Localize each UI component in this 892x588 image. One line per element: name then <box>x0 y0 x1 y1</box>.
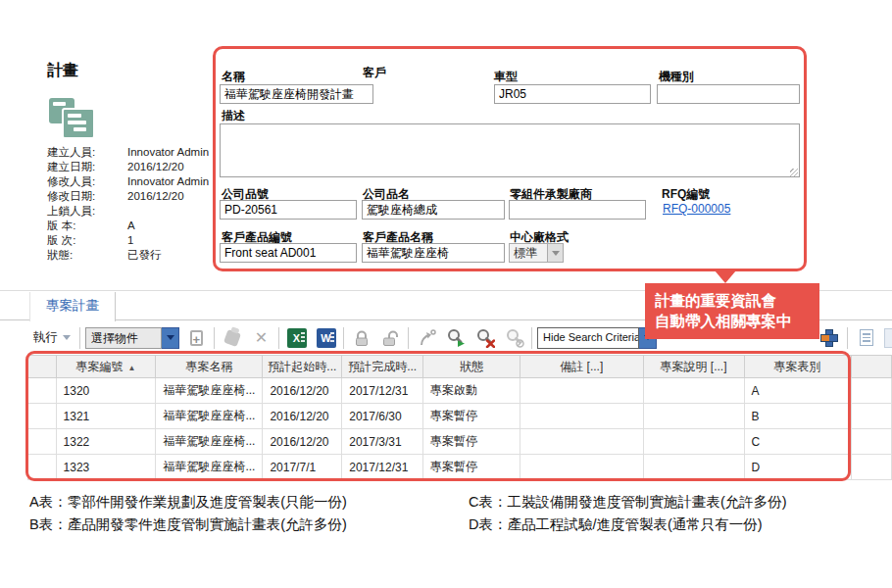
grid-cell-extra <box>851 404 891 429</box>
grid-column-header[interactable]: 專案表別 <box>744 356 851 378</box>
grid-cell[interactable]: 專案暫停 <box>423 455 520 480</box>
grid-cell[interactable]: 專案啟動 <box>423 378 520 404</box>
unlock-button[interactable] <box>378 325 403 350</box>
grid-cell[interactable] <box>643 455 744 480</box>
grid-cell[interactable] <box>520 455 643 480</box>
export-excel-button[interactable]: X <box>284 325 309 350</box>
row-selector-cell[interactable] <box>28 378 57 404</box>
grid-column-header[interactable]: 專案名稱 <box>156 356 263 378</box>
grid-cell[interactable]: 專案暫停 <box>423 429 520 455</box>
description-input[interactable] <box>220 123 800 177</box>
list-icon <box>860 329 873 346</box>
car-model-input[interactable] <box>494 84 651 104</box>
search-mode-dropdown[interactable]: Hide Search Criteria <box>537 327 657 349</box>
callout-arrow <box>715 270 736 283</box>
callout-line2: 自動帶入相關專案中 <box>655 311 810 331</box>
grid-cell[interactable]: 福華駕駛座座椅... <box>156 404 263 429</box>
toolbar-separator <box>278 327 279 349</box>
rfq-link[interactable]: RFQ-000005 <box>663 202 730 216</box>
grid-cell[interactable]: 2016/12/20 <box>263 429 342 455</box>
summary-field: 上鎖人員: <box>47 204 219 219</box>
grid-column-header[interactable]: 預計完成時... <box>342 356 423 378</box>
grid-cell[interactable] <box>520 429 643 455</box>
grid-cell[interactable]: 2017/12/31 <box>342 455 423 480</box>
grid-column-header[interactable]: 專案編號▲ <box>56 356 156 378</box>
row-selector-cell[interactable] <box>28 429 57 455</box>
grid-cell[interactable] <box>520 404 643 429</box>
customer-product-no-input[interactable] <box>220 243 357 263</box>
chevron-down-icon <box>552 251 560 256</box>
promote-button[interactable] <box>414 325 438 350</box>
name-input[interactable] <box>220 84 373 104</box>
add-relationship-button[interactable] <box>817 325 841 350</box>
run-search-icon <box>446 328 466 348</box>
grid-cell[interactable]: D <box>744 455 851 480</box>
paste-button[interactable] <box>220 325 244 350</box>
company-part-name-input[interactable] <box>362 200 505 220</box>
grid-cell[interactable] <box>643 378 744 404</box>
component-supplier-input[interactable] <box>509 200 646 220</box>
grid-cell[interactable]: 1323 <box>56 455 156 480</box>
center-format-dropdown[interactable]: 標準 <box>509 243 564 263</box>
new-item-button[interactable]: + <box>184 325 209 350</box>
grid-column-header[interactable]: 預計起始時... <box>263 356 342 378</box>
grid-cell[interactable]: 2016/12/20 <box>263 378 342 404</box>
new-item-icon: + <box>190 330 203 346</box>
customer-product-name-input[interactable] <box>362 243 505 263</box>
machine-type-label: 機種別 <box>659 69 694 85</box>
machine-type-input[interactable] <box>657 84 800 104</box>
grid-cell[interactable]: 福華駕駛座座椅... <box>156 429 263 455</box>
description-label: 描述 <box>222 108 245 124</box>
plan-page: 計畫 建立人員:Innovator Admin建立日期:2016/12/20修改… <box>0 0 892 588</box>
table-row[interactable]: 1323福華駕駛座座椅...2017/7/12017/12/31專案暫停D <box>28 455 892 480</box>
grid-column-header[interactable]: 專案說明 [...] <box>643 356 744 378</box>
grid-cell[interactable]: 專案暫停 <box>423 404 520 429</box>
delete-button[interactable]: ✕ <box>249 325 273 350</box>
grid-cell[interactable]: 1320 <box>56 378 156 404</box>
item-picker-dropdown-button[interactable] <box>162 327 179 349</box>
center-format-dropdown-button[interactable] <box>548 243 564 263</box>
grid-cell[interactable]: A <box>744 378 851 404</box>
toolbar-separator <box>79 327 80 349</box>
legend-left-column: A表：零部件開發作業規劃及進度管製表(只能一份)B表：產品開發零件進度管制實施計… <box>29 491 347 536</box>
grid-cell[interactable]: 2017/6/30 <box>342 404 423 429</box>
grid-cell[interactable]: B <box>744 404 851 429</box>
grid-column-header[interactable]: 備註 [...] <box>520 356 643 378</box>
list-view-button[interactable] <box>854 325 878 350</box>
grid-column-header[interactable]: 狀態 <box>423 356 520 378</box>
grid-cell[interactable]: 2017/12/31 <box>342 378 423 404</box>
grid-cell[interactable] <box>643 404 744 429</box>
grid-cell[interactable]: 2016/12/20 <box>263 404 342 429</box>
item-picker-dropdown[interactable]: 選擇物件 <box>85 327 179 349</box>
grid-cell[interactable]: 1322 <box>56 429 156 455</box>
actions-menu[interactable]: 執行 <box>29 329 74 346</box>
export-word-button[interactable]: W <box>314 325 338 350</box>
clear-search-button[interactable] <box>472 325 497 350</box>
project-plan-grid: 專案編號▲專案名稱預計起始時...預計完成時...狀態備註 [...]專案說明 … <box>27 355 892 480</box>
table-row[interactable]: 1321福華駕駛座座椅...2016/12/202017/6/30專案暫停B <box>28 404 892 429</box>
grid-cell[interactable]: 2017/7/1 <box>263 455 342 480</box>
grid-cell[interactable]: 福華駕駛座座椅... <box>156 455 263 480</box>
row-selector-cell[interactable] <box>28 455 57 480</box>
grid-cell[interactable] <box>520 378 643 404</box>
row-selector-cell[interactable] <box>28 404 57 429</box>
grid-cell[interactable]: 福華駕駛座座椅... <box>156 378 263 404</box>
toolbar-separator <box>408 327 409 349</box>
grid-cell[interactable] <box>643 429 744 455</box>
chevron-down-icon <box>63 335 71 340</box>
table-row[interactable]: 1322福華駕駛座座椅...2016/12/202017/3/31專案暫停C <box>28 429 892 455</box>
table-row[interactable]: 1320福華駕駛座座椅...2016/12/202017/12/31專案啟動A <box>28 378 892 404</box>
grid-cell[interactable]: 1321 <box>56 404 156 429</box>
lock-button[interactable] <box>349 325 373 350</box>
grid-cell[interactable]: C <box>744 429 851 455</box>
page-title: 計畫 <box>47 61 78 81</box>
summary-field-value: 已發行 <box>127 248 219 263</box>
search-off-button[interactable] <box>502 325 526 350</box>
summary-field-value: 2016/12/20 <box>127 160 219 174</box>
textarea-resize-grip[interactable] <box>790 169 798 176</box>
summary-field-label: 狀態: <box>47 248 127 263</box>
run-search-button[interactable] <box>443 325 468 350</box>
grid-cell[interactable]: 2017/3/31 <box>342 429 423 455</box>
tab-project-plan[interactable]: 專案計畫 <box>29 292 116 321</box>
company-part-no-input[interactable] <box>220 200 357 220</box>
